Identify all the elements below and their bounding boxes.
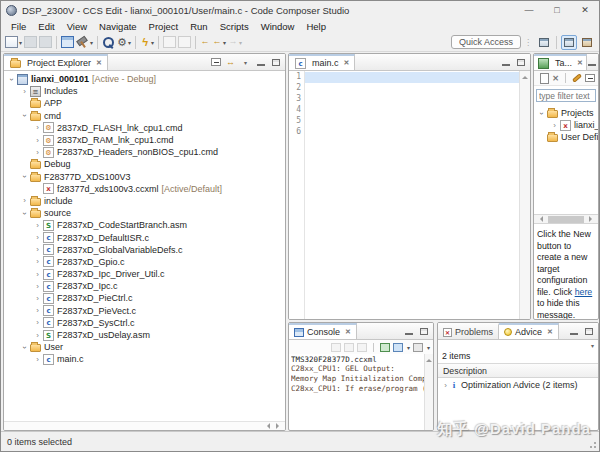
scroll-up-icon[interactable]: [426, 356, 432, 362]
build-button[interactable]: ▾: [76, 35, 93, 50]
expander-icon[interactable]: ›: [33, 355, 42, 364]
view-menu-icon[interactable]: ▾: [240, 57, 251, 68]
tree-item[interactable]: ›source: [4, 207, 285, 219]
maximize-view-icon[interactable]: [270, 57, 281, 68]
tree-item[interactable]: ›Projects: [534, 107, 598, 119]
wrench-icon[interactable]: [572, 73, 582, 82]
ccs-edit-perspective-button[interactable]: [561, 35, 577, 50]
tree-item[interactable]: ›cF2837xD_PieCtrl.c: [4, 292, 285, 304]
advice-row[interactable]: › i Optimization Advice (2 items): [438, 378, 598, 392]
expander-icon[interactable]: ›: [33, 257, 42, 266]
minimize-view-icon[interactable]: [568, 326, 579, 337]
tree-item[interactable]: Debug: [4, 158, 285, 170]
expander-icon[interactable]: ›: [33, 148, 42, 157]
dropdown-icon[interactable]: ▾: [427, 344, 430, 351]
horizontal-scrollbar[interactable]: [4, 421, 285, 430]
expander-icon[interactable]: ›: [33, 306, 42, 315]
tree-item[interactable]: ›cF2837xD_Ipc.c: [4, 280, 285, 292]
launch-config-button[interactable]: ⚙▾: [117, 35, 131, 50]
menu-window[interactable]: Window: [255, 21, 301, 32]
minimize-view-icon[interactable]: [403, 326, 414, 337]
expander-icon[interactable]: ›: [20, 172, 29, 181]
expander-icon[interactable]: ›: [33, 123, 42, 132]
minimize-window-icon[interactable]: —: [515, 1, 543, 19]
clear-console-icon[interactable]: [331, 343, 341, 352]
dropdown-icon[interactable]: ▾: [128, 39, 131, 46]
console-output[interactable]: TMS320F28377D.ccxml C28xx_CPU1: GEL Outp…: [289, 354, 433, 395]
expander-icon[interactable]: ›: [20, 111, 29, 120]
forward-button[interactable]: →▾: [228, 35, 242, 50]
expander-icon[interactable]: ›: [537, 109, 546, 118]
save-all-button[interactable]: [39, 35, 52, 50]
last-edit-location-button[interactable]: ←: [200, 35, 210, 50]
tree-item[interactable]: ›cF2837xD_PieVect.c: [4, 305, 285, 317]
expander-icon[interactable]: ›: [33, 245, 42, 254]
expander-icon[interactable]: ›: [33, 294, 42, 303]
tree-item[interactable]: ›⚙2837xD_RAM_lnk_cpu1.cmd: [4, 134, 285, 146]
menu-navigate[interactable]: Navigate: [93, 21, 143, 32]
link-with-editor-icon[interactable]: ↔: [225, 57, 236, 68]
dropdown-icon[interactable]: ▾: [19, 39, 22, 46]
expander-icon[interactable]: ›: [33, 221, 42, 230]
tree-item[interactable]: ›⚙F2837xD_Headers_nonBIOS_cpu1.cmd: [4, 146, 285, 158]
tree-item[interactable]: User Defined: [534, 131, 598, 143]
delete-icon[interactable]: ✕: [552, 74, 559, 83]
collapse-all-icon[interactable]: [210, 57, 221, 68]
menu-view[interactable]: View: [61, 21, 93, 32]
collapse-all-icon[interactable]: [585, 74, 595, 82]
save-button[interactable]: [24, 35, 37, 50]
expander-icon[interactable]: ›: [33, 331, 42, 340]
hide-message-link[interactable]: here: [575, 287, 593, 297]
minimize-view-icon[interactable]: [500, 57, 511, 68]
tree-item[interactable]: ›lianxi_000101[Active - Debug]: [4, 73, 285, 85]
tab-main-c[interactable]: c main.c ✕: [289, 54, 355, 70]
tree-item[interactable]: ›User: [4, 341, 285, 353]
flash-button[interactable]: ϟ▾: [140, 35, 154, 50]
expander-icon[interactable]: ›: [33, 318, 42, 327]
tree-item[interactable]: ›cmain.c: [4, 353, 285, 365]
maximize-window-icon[interactable]: □: [543, 1, 571, 19]
debug-button[interactable]: [61, 35, 74, 50]
tree-item[interactable]: ›≡Includes: [4, 85, 285, 97]
new-wizard-button[interactable]: ▾: [5, 35, 22, 50]
expander-icon[interactable]: ›: [20, 87, 29, 96]
editor-content[interactable]: [305, 71, 519, 319]
editor-body[interactable]: 123456: [289, 71, 530, 319]
menu-project[interactable]: Project: [143, 21, 185, 32]
maximize-view-icon[interactable]: [583, 326, 594, 337]
tree-item[interactable]: ›cF2837xD_SysCtrl.c: [4, 317, 285, 329]
tree-item[interactable]: ›cmd: [4, 110, 285, 122]
menu-help[interactable]: Help: [300, 21, 332, 32]
tree-item[interactable]: ›cF2837xD_Gpio.c: [4, 256, 285, 268]
ccs-debug-perspective-button[interactable]: [579, 35, 595, 50]
maximize-view-icon[interactable]: [418, 326, 429, 337]
new-target-configuration-icon[interactable]: [540, 73, 549, 84]
tree-item[interactable]: ›SF2837xD_usDelay.asm: [4, 329, 285, 341]
tab-console[interactable]: Console ✕: [289, 323, 357, 339]
tree-item[interactable]: ›SF2837xD_CodeStartBranch.asm: [4, 219, 285, 231]
dropdown-icon[interactable]: ▾: [407, 344, 410, 351]
close-icon[interactable]: ✕: [344, 59, 350, 67]
menu-file[interactable]: File: [5, 21, 32, 32]
show-console-icon[interactable]: [380, 343, 390, 352]
tree-item[interactable]: ›cF2837xD_GlobalVariableDefs.c: [4, 244, 285, 256]
scroll-up-icon[interactable]: [522, 73, 528, 79]
tree-item[interactable]: APP: [4, 97, 285, 109]
close-icon[interactable]: ✕: [345, 328, 351, 336]
menu-run[interactable]: Run: [184, 21, 213, 32]
scroll-right-icon[interactable]: [276, 423, 282, 429]
tab-project-explorer[interactable]: Project Explorer ✕: [4, 54, 108, 70]
tree-item[interactable]: ›xlianxi_000101: [534, 119, 598, 131]
previous-annotation-button[interactable]: [163, 35, 176, 50]
expander-icon[interactable]: ›: [33, 282, 42, 291]
scroll-lock-icon[interactable]: [344, 343, 354, 352]
tab-advice[interactable]: Advice ✕: [499, 323, 559, 339]
expander-icon[interactable]: ›: [441, 381, 450, 390]
minimize-view-icon[interactable]: [587, 57, 598, 68]
close-window-icon[interactable]: ✕: [571, 1, 599, 19]
menu-scripts[interactable]: Scripts: [214, 21, 255, 32]
vertical-scrollbar[interactable]: [424, 354, 433, 430]
tree-item[interactable]: ›cF2837xD_Ipc_Driver_Util.c: [4, 268, 285, 280]
tab-problems[interactable]: ✕ Problems: [438, 323, 499, 339]
open-perspective-button[interactable]: [536, 35, 552, 50]
